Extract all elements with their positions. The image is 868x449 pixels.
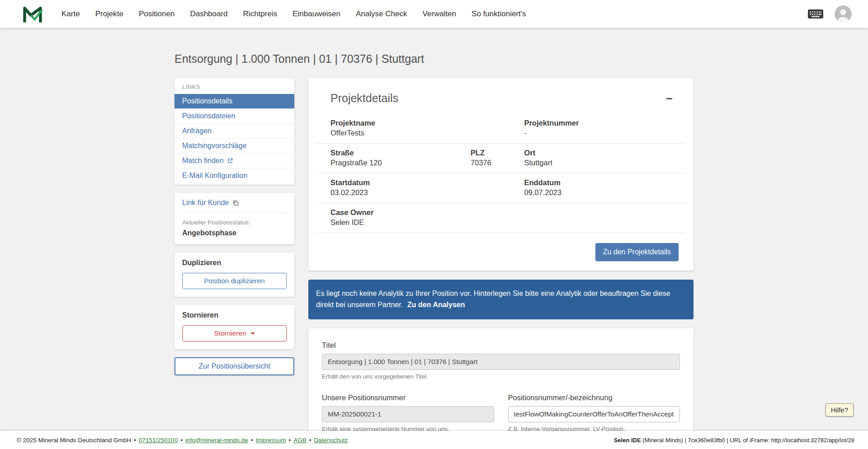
nav-item-analyse-check[interactable]: Analyse Check: [356, 9, 407, 19]
projektnummer-label: Projektnummer: [524, 119, 676, 127]
cancel-heading: Stornieren: [182, 311, 287, 319]
main-nav: Karte Projekte Positionen Dashboard Rich…: [61, 9, 526, 19]
titel-helper: Erhält den von uns vorgegebenen Titel.: [322, 373, 680, 380]
startdatum-value: 03.02.2023: [330, 188, 471, 197]
footer-left: © 2025 Mineral Minds Deutschland GmbH • …: [17, 437, 348, 444]
mineral-minds-logo[interactable]: [22, 4, 43, 24]
positionsnummer-input: [322, 406, 494, 422]
sidebar-item-label: Match finden: [182, 157, 224, 165]
collapse-button[interactable]: −: [666, 93, 673, 104]
strasse-label: Straße: [330, 149, 471, 157]
project-details-grid: Projektname OfferTests Projektnummer - S…: [316, 114, 685, 233]
bezeichnung-input[interactable]: [508, 406, 680, 422]
footer-session-info: Selen IDE (Mineral Minds) | 7ce360e83fb0…: [614, 437, 854, 444]
titel-group: Titel Erhält den von uns vorgegebenen Ti…: [322, 341, 680, 380]
sidebar-item-email-konfiguration[interactable]: E-Mail Konfiguration: [175, 168, 294, 183]
strasse-value: Pragstraße 120: [330, 159, 471, 167]
projektname-value: OfferTests: [330, 129, 471, 137]
sidebar-item-anfragen[interactable]: Anfragen: [175, 123, 294, 138]
positionsnummer-label: Unsere Positionsnummer: [322, 393, 494, 402]
main-content: Projektdetails − Projektname OfferTests …: [308, 78, 693, 449]
enddatum-label: Enddatum: [524, 178, 676, 187]
footer-separator: •: [309, 437, 311, 444]
session-user: Selen IDE: [614, 437, 641, 444]
case-owner-value: Selen IDE: [330, 218, 471, 227]
nav-item-karte[interactable]: Karte: [61, 9, 80, 19]
user-avatar-icon[interactable]: [835, 5, 852, 23]
project-details-button[interactable]: Zu den Projektdetails: [595, 243, 679, 261]
sidebar-item-label: Positionsdetails: [182, 97, 232, 105]
nav-item-verwalten[interactable]: Verwalten: [422, 9, 456, 19]
status-value: Angebotsphase: [182, 229, 287, 237]
ort-value: Stuttgart: [524, 159, 676, 167]
copy-icon: [232, 200, 239, 206]
project-row: Straße Pragstraße 120 PLZ 70376 Ort Stut…: [316, 144, 685, 173]
projektname-label: Projektname: [330, 119, 471, 127]
position-overview-button[interactable]: Zur Positionsübersicht: [175, 357, 294, 375]
sidebar-item-label: E-Mail Konfiguration: [182, 172, 247, 180]
footer-separator: •: [134, 437, 136, 444]
nav-item-richtpreis[interactable]: Richtpreis: [243, 9, 278, 19]
top-navbar: Karte Projekte Positionen Dashboard Rich…: [0, 0, 868, 28]
titel-label: Titel: [322, 341, 680, 350]
sidebar-item-label: Positionsdateien: [182, 112, 235, 120]
page-title: Entsorgung | 1.000 Tonnen | 01 | 70376 |…: [175, 52, 693, 65]
links-heading: LINKS: [175, 78, 294, 94]
page-footer: © 2025 Mineral Minds Deutschland GmbH • …: [0, 431, 868, 449]
nav-item-so-funktionierts[interactable]: So funktioniert's: [472, 9, 526, 19]
duplicate-heading: Duplizieren: [182, 259, 287, 267]
banner-text: Es liegt noch keine Analytik zu Ihrer Po…: [316, 290, 670, 309]
impressum-link[interactable]: Impressum: [256, 437, 286, 444]
sidebar-item-match-finden[interactable]: Match finden: [175, 153, 294, 168]
projektnummer-value: -: [524, 129, 676, 137]
duplicate-card: Duplizieren Position duplizieren: [175, 253, 294, 297]
case-owner-label: Case Owner: [330, 208, 471, 217]
nav-item-dashboard[interactable]: Dashboard: [190, 9, 227, 19]
sidebar-item-label: Anfragen: [182, 127, 212, 135]
cancel-card: Stornieren Stornieren: [175, 305, 294, 349]
customer-link[interactable]: Link für Kunde: [182, 199, 287, 213]
nav-item-positionen[interactable]: Positionen: [139, 9, 175, 19]
customer-link-label: Link für Kunde: [182, 199, 229, 207]
duplicate-position-button[interactable]: Position duplizieren: [182, 273, 287, 289]
sidebar-item-label: Matchingvorschläge: [182, 142, 246, 150]
analyses-link[interactable]: Zu den Analysen: [407, 301, 465, 309]
session-details: (Mineral Minds) | 7ce360e83fb0 | URL of …: [641, 437, 854, 444]
sidebar-item-positionsdetails[interactable]: Positionsdetails: [175, 94, 294, 108]
help-button[interactable]: Hilfe?: [826, 403, 854, 416]
project-row: Projektname OfferTests Projektnummer -: [316, 114, 685, 144]
logo-icon: [22, 4, 43, 24]
project-row: Case Owner Selen IDE: [316, 203, 685, 233]
keyboard-icon[interactable]: [807, 9, 824, 19]
sidebar-item-matchingvorschlaege[interactable]: Matchingvorschläge: [175, 138, 294, 153]
datenschutz-link[interactable]: Datenschutz: [314, 437, 348, 444]
footer-separator: •: [288, 437, 291, 444]
nav-item-projekte[interactable]: Projekte: [95, 9, 123, 19]
sidebar-item-positionsdateien[interactable]: Positionsdateien: [175, 108, 294, 123]
sidebar-links-card: LINKS Positionsdetails Positionsdateien …: [175, 78, 294, 185]
agb-link[interactable]: AGB: [293, 437, 307, 444]
enddatum-value: 09.07.2023: [524, 188, 676, 197]
copyright-text: © 2025 Mineral Minds Deutschland GmbH: [17, 437, 131, 444]
titel-input: [322, 354, 680, 370]
caret-down-icon: [250, 332, 255, 335]
project-details-card: Projektdetails − Projektname OfferTests …: [308, 78, 693, 271]
plz-value: 70376: [471, 159, 524, 167]
startdatum-label: Startdatum: [330, 178, 471, 187]
email-link[interactable]: info@mineral-minds.de: [185, 437, 248, 444]
status-label: Aktueller Positionsstatus:: [182, 219, 287, 226]
external-link-icon: [227, 158, 233, 164]
bezeichnung-label: Positionsnummer/-bezeichnung: [508, 393, 680, 402]
cancel-button-label: Stornieren: [214, 329, 246, 337]
phone-link[interactable]: 07151/250100: [139, 437, 178, 444]
status-card: Link für Kunde Aktueller Positionsstatus…: [175, 193, 294, 244]
project-row: Startdatum 03.02.2023 Enddatum 09.07.202…: [316, 173, 685, 203]
footer-separator: •: [251, 437, 253, 444]
cancel-position-button[interactable]: Stornieren: [182, 325, 287, 341]
ort-label: Ort: [524, 149, 676, 157]
page-body: Entsorgung | 1.000 Tonnen | 01 | 70376 |…: [175, 28, 693, 449]
plz-label: PLZ: [471, 149, 524, 157]
nav-item-einbauweisen[interactable]: Einbauweisen: [292, 9, 340, 19]
analytics-info-banner: Es liegt noch keine Analytik zu Ihrer Po…: [308, 280, 693, 319]
footer-separator: •: [180, 437, 183, 444]
